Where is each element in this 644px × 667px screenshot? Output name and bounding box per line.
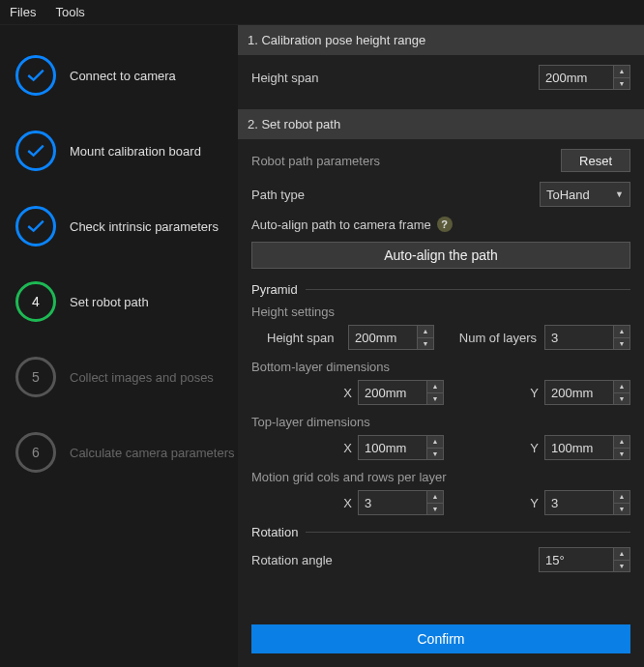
grid-label: Motion grid cols and rows per layer (251, 470, 630, 484)
step-number: 4 (32, 294, 40, 309)
spin-up-icon[interactable]: ▲ (614, 548, 629, 561)
spin-up-icon[interactable]: ▲ (614, 436, 629, 449)
divider (306, 532, 630, 533)
spin-up-icon[interactable]: ▲ (614, 326, 629, 338)
height-span-spinner[interactable]: ▲▼ (614, 65, 630, 90)
top-y-label: Y (521, 441, 539, 455)
path-type-select[interactable]: ToHand ▼ (540, 182, 630, 207)
pyr-height-span-input[interactable] (348, 325, 418, 350)
top-y-input[interactable] (544, 435, 614, 460)
step-label: Mount calibration board (70, 144, 201, 159)
top-dims-label: Top-layer dimensions (251, 415, 630, 429)
top-y-spinner[interactable]: ▲▼ (614, 435, 630, 460)
step-label: Check intrinsic parameters (70, 219, 219, 234)
menu-tools[interactable]: Tools (55, 5, 84, 19)
chevron-down-icon: ▼ (615, 189, 624, 199)
spin-down-icon[interactable]: ▼ (614, 504, 629, 515)
num-layers-input[interactable] (544, 325, 614, 350)
step-status-done-icon (15, 130, 56, 171)
spin-down-icon[interactable]: ▼ (427, 449, 443, 460)
step-calculate-params[interactable]: 6 Calculate camera parameters (0, 427, 238, 478)
spin-down-icon[interactable]: ▼ (614, 449, 629, 460)
top-x-spinner[interactable]: ▲▼ (427, 435, 444, 460)
bottom-x-spinner[interactable]: ▲▼ (427, 380, 444, 405)
grid-x-spinner[interactable]: ▲▼ (427, 490, 444, 515)
spin-up-icon[interactable]: ▲ (427, 436, 443, 449)
pyr-height-span-label: Height span (267, 331, 348, 345)
step-label: Set robot path (70, 295, 149, 309)
spin-up-icon[interactable]: ▲ (427, 381, 443, 393)
menubar: Files Tools (0, 0, 644, 25)
step-set-robot-path[interactable]: 4 Set robot path (0, 276, 238, 327)
num-layers-label: Num of layers (459, 331, 537, 345)
bottom-x-label: X (335, 386, 352, 400)
spin-up-icon[interactable]: ▲ (614, 66, 629, 78)
bottom-x-input[interactable] (358, 380, 427, 405)
grid-y-label: Y (521, 496, 539, 510)
confirm-button[interactable]: Confirm (251, 624, 630, 653)
rotation-angle-label: Rotation angle (251, 553, 333, 567)
spin-up-icon[interactable]: ▲ (427, 491, 443, 504)
spin-down-icon[interactable]: ▼ (427, 393, 443, 405)
menu-files[interactable]: Files (10, 5, 36, 19)
grid-x-label: X (335, 496, 352, 510)
height-settings-label: Height settings (251, 304, 630, 319)
grid-y-input[interactable] (544, 490, 614, 515)
step-status-pending-icon: 6 (15, 432, 56, 473)
rotation-group-label: Rotation (251, 525, 298, 539)
spin-up-icon[interactable]: ▲ (614, 491, 629, 504)
auto-align-label: Auto-align path to camera frame (251, 218, 431, 232)
step-connect-camera[interactable]: Connect to camera (0, 50, 238, 101)
bottom-y-spinner[interactable]: ▲▼ (614, 380, 630, 405)
step-label: Calculate camera parameters (70, 446, 235, 460)
pyr-height-span-spinner[interactable]: ▲▼ (418, 325, 434, 350)
sidebar: Connect to camera Mount calibration boar… (0, 25, 238, 667)
height-span-input[interactable] (539, 65, 614, 90)
spin-up-icon[interactable]: ▲ (418, 326, 433, 338)
path-type-label: Path type (251, 188, 305, 202)
step-status-pending-icon: 5 (15, 357, 56, 397)
height-span-label: Height span (251, 71, 318, 85)
spin-down-icon[interactable]: ▼ (418, 338, 433, 350)
help-icon[interactable]: ? (437, 217, 453, 232)
section-1-header: 1. Calibration pose height range (238, 25, 644, 55)
spin-down-icon[interactable]: ▼ (614, 338, 629, 350)
spin-down-icon[interactable]: ▼ (614, 393, 629, 405)
step-number: 5 (32, 369, 40, 385)
step-status-done-icon (15, 55, 56, 96)
step-mount-board[interactable]: Mount calibration board (0, 126, 238, 176)
robot-path-params-label: Robot path parameters (251, 154, 380, 168)
path-type-value: ToHand (546, 188, 590, 202)
bottom-y-input[interactable] (544, 380, 614, 405)
step-status-done-icon (15, 206, 56, 246)
bottom-y-label: Y (521, 386, 539, 400)
step-collect-images[interactable]: 5 Collect images and poses (0, 352, 238, 402)
spin-up-icon[interactable]: ▲ (614, 381, 629, 393)
step-check-intrinsic[interactable]: Check intrinsic parameters (0, 201, 238, 251)
auto-align-button[interactable]: Auto-align the path (251, 242, 630, 269)
grid-x-input[interactable] (358, 490, 427, 515)
step-label: Collect images and poses (70, 370, 214, 385)
num-layers-spinner[interactable]: ▲▼ (614, 325, 630, 350)
reset-button[interactable]: Reset (561, 149, 630, 172)
bottom-dims-label: Bottom-layer dimensions (251, 360, 630, 374)
divider (306, 289, 630, 290)
rotation-angle-input[interactable] (539, 547, 614, 572)
step-status-active-icon: 4 (15, 281, 56, 322)
spin-down-icon[interactable]: ▼ (427, 504, 443, 515)
pyramid-group-label: Pyramid (251, 282, 298, 297)
step-number: 6 (32, 445, 40, 460)
spin-down-icon[interactable]: ▼ (614, 78, 629, 90)
step-label: Connect to camera (70, 69, 176, 83)
rotation-angle-spinner[interactable]: ▲▼ (614, 547, 630, 572)
top-x-label: X (335, 441, 352, 455)
top-x-input[interactable] (358, 435, 427, 460)
main-panel: 1. Calibration pose height range Height … (238, 25, 644, 667)
spin-down-icon[interactable]: ▼ (614, 561, 629, 572)
section-2-header: 2. Set robot path (238, 109, 644, 139)
grid-y-spinner[interactable]: ▲▼ (614, 490, 630, 515)
